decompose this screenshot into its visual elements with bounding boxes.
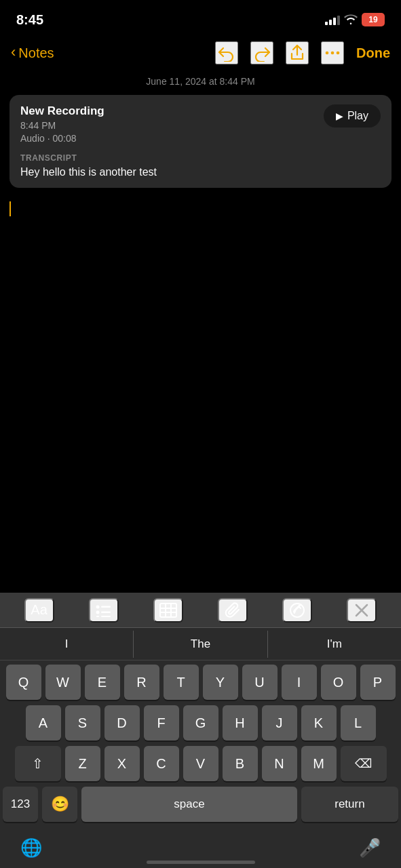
status-bar: 8:45 19: [0, 0, 401, 35]
battery-level: 19: [368, 15, 377, 24]
undo-button[interactable]: [215, 41, 238, 64]
date-header: June 11, 2024 at 8:44 PM: [0, 73, 401, 95]
svg-rect-7: [96, 616, 99, 617]
num-label: 123: [11, 797, 30, 811]
table-button[interactable]: [153, 598, 183, 623]
text-format-button[interactable]: Aa: [24, 598, 54, 623]
share-button[interactable]: [286, 41, 309, 64]
key-t[interactable]: T: [164, 665, 199, 700]
svg-point-5: [96, 610, 99, 614]
space-button[interactable]: space: [81, 787, 297, 822]
attach-icon: [225, 601, 241, 619]
key-i[interactable]: I: [282, 665, 317, 700]
shift-button[interactable]: ⇧: [15, 746, 61, 781]
microphone-icon[interactable]: 🎤: [359, 837, 381, 859]
key-v[interactable]: V: [183, 746, 218, 781]
recording-duration: Audio · 00:08: [20, 133, 104, 144]
nav-back-button[interactable]: ‹ Notes: [11, 45, 54, 61]
recording-title: New Recording: [20, 104, 104, 118]
recording-time: 8:44 PM: [20, 120, 104, 131]
key-s[interactable]: S: [65, 705, 100, 741]
done-button[interactable]: Done: [356, 45, 390, 61]
key-row-2: A S D F G H J K L: [3, 705, 398, 741]
signal-bars-icon: [325, 14, 340, 25]
key-u[interactable]: U: [242, 665, 278, 700]
key-e[interactable]: E: [85, 665, 120, 700]
key-w[interactable]: W: [45, 665, 81, 700]
svg-point-1: [331, 52, 335, 55]
key-row-1: Q W E R T Y U I O P: [3, 665, 398, 700]
svg-point-2: [337, 52, 340, 55]
chevron-left-icon: ‹: [11, 45, 16, 60]
key-r[interactable]: R: [124, 665, 159, 700]
space-label: space: [174, 797, 204, 811]
play-label: Play: [347, 110, 368, 122]
home-indicator: [147, 861, 255, 864]
key-l[interactable]: L: [341, 705, 376, 741]
aa-label: Aa: [31, 602, 47, 618]
key-o[interactable]: O: [321, 665, 356, 700]
key-x[interactable]: X: [104, 746, 140, 781]
return-button[interactable]: return: [301, 787, 398, 822]
key-q[interactable]: Q: [6, 665, 41, 700]
key-k[interactable]: K: [301, 705, 337, 741]
status-icons: 19: [325, 13, 385, 26]
key-g[interactable]: G: [183, 705, 218, 741]
key-b[interactable]: B: [223, 746, 258, 781]
key-c[interactable]: C: [144, 746, 179, 781]
keyboard-toolbar: Aa: [0, 593, 401, 628]
svg-point-14: [290, 604, 304, 617]
predictive-item-2[interactable]: The: [134, 631, 267, 658]
backspace-icon: ⌫: [355, 756, 372, 771]
table-icon: [159, 603, 177, 618]
recording-info: New Recording 8:44 PM Audio · 00:08: [20, 104, 104, 144]
svg-point-3: [96, 605, 99, 608]
emoji-button[interactable]: 😊: [42, 787, 77, 822]
svg-point-0: [326, 52, 329, 55]
key-row-3: ⇧ Z X C V B N M ⌫: [3, 746, 398, 781]
key-f[interactable]: F: [144, 705, 179, 741]
key-m[interactable]: M: [301, 746, 337, 781]
redo-icon: [253, 44, 271, 62]
key-n[interactable]: N: [262, 746, 297, 781]
list-format-button[interactable]: [89, 598, 119, 623]
predictive-row: I The I'm: [0, 628, 401, 660]
status-time: 8:45: [16, 12, 43, 28]
svg-rect-6: [101, 611, 111, 613]
nav-back-label: Notes: [18, 45, 54, 61]
undo-icon: [218, 44, 235, 62]
predictive-item-3[interactable]: I'm: [268, 631, 401, 658]
key-h[interactable]: H: [223, 705, 258, 741]
more-icon: [324, 44, 341, 62]
key-p[interactable]: P: [360, 665, 396, 700]
backspace-button[interactable]: ⌫: [341, 746, 387, 781]
share-icon: [288, 44, 306, 62]
handwriting-button[interactable]: [282, 598, 312, 623]
more-button[interactable]: [321, 41, 344, 64]
note-text-area[interactable]: [0, 197, 401, 220]
key-j[interactable]: J: [262, 705, 297, 741]
play-triangle-icon: ▶: [336, 111, 343, 121]
key-z[interactable]: Z: [65, 746, 100, 781]
key-row-4: 123 😊 space return: [3, 787, 398, 822]
key-y[interactable]: Y: [203, 665, 238, 700]
num-button[interactable]: 123: [3, 787, 38, 822]
transcript-text: Hey hello this is another test: [20, 166, 381, 178]
predictive-item-1[interactable]: I: [0, 631, 134, 658]
redo-button[interactable]: [250, 41, 273, 64]
svg-rect-9: [160, 604, 176, 617]
globe-icon[interactable]: 🌐: [20, 837, 42, 859]
recording-card: New Recording 8:44 PM Audio · 00:08 ▶ Pl…: [9, 95, 392, 188]
key-a[interactable]: A: [26, 705, 61, 741]
transcript-label: TRANSCRIPT: [20, 153, 381, 163]
keyboard-close-button[interactable]: [347, 598, 377, 623]
emoji-icon: 😊: [51, 795, 69, 813]
key-d[interactable]: D: [104, 705, 140, 741]
svg-rect-8: [101, 616, 111, 617]
list-icon: [95, 603, 113, 618]
attach-button[interactable]: [218, 598, 248, 623]
battery-icon: 19: [362, 13, 385, 26]
nav-actions: Done: [215, 41, 390, 64]
play-button[interactable]: ▶ Play: [324, 104, 381, 127]
recording-header: New Recording 8:44 PM Audio · 00:08 ▶ Pl…: [20, 104, 381, 144]
